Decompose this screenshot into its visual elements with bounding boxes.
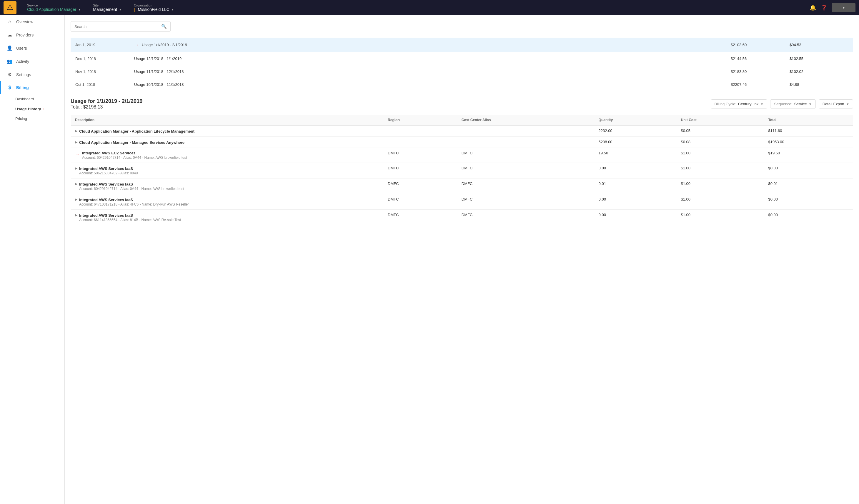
settings-icon: ⚙ <box>7 72 13 77</box>
cell-description-5: ▶ Integrated AWS Services IaaS Account: … <box>71 194 384 210</box>
cell-region-0 <box>383 125 457 137</box>
cell-quantity-0: 2232.00 <box>594 125 677 137</box>
logo[interactable] <box>3 1 16 14</box>
expand-icon[interactable]: ▶ <box>75 213 77 217</box>
table-row: ▶ Integrated AWS Services IaaS Account: … <box>71 179 853 194</box>
desc-sub: Account: 661141866654 - Alias: 814B - Na… <box>79 218 181 222</box>
table-row: → Integrated AWS EC2 Services Account: 6… <box>71 148 853 163</box>
history-amount1-3: $2207.46 <box>731 82 789 87</box>
cell-cost-center-3: DMFC <box>457 163 594 179</box>
expand-icon[interactable]: ▶ <box>75 182 77 186</box>
sidebar-item-activity[interactable]: 👥 Activity <box>0 55 64 68</box>
history-date-2: Nov 1, 2018 <box>75 70 134 74</box>
expand-icon[interactable]: ▶ <box>75 129 77 133</box>
sidebar-item-usage-history[interactable]: Usage History ← <box>15 104 64 114</box>
cell-description-4: ▶ Integrated AWS Services IaaS Account: … <box>71 179 384 194</box>
sidebar-item-settings[interactable]: ⚙ Settings <box>0 68 64 81</box>
cell-total-1: $1953.00 <box>764 137 853 148</box>
service-section: Service Cloud Application Manager ▼ <box>21 0 87 15</box>
desc-sub: Account: 506215034702 - Alias: 0949 <box>79 171 138 175</box>
history-amount1-1: $2144.56 <box>731 57 789 61</box>
user-avatar[interactable]: ▼ <box>832 3 856 12</box>
org-selector[interactable]: | MissionField LLC ▼ <box>134 7 174 12</box>
col-total: Total <box>764 115 853 125</box>
table-row: ▶ Integrated AWS Services IaaS Account: … <box>71 194 853 210</box>
sidebar-item-pricing[interactable]: Pricing <box>15 114 64 123</box>
top-navigation: Service Cloud Application Manager ▼ Site… <box>0 0 859 15</box>
history-arrow-0: → Usage 1/1/2019 - 2/1/2019 <box>134 42 731 48</box>
sequence-dropdown[interactable]: Sequence: Service ▼ <box>770 100 815 108</box>
sidebar-item-providers[interactable]: ☁ Providers <box>0 28 64 42</box>
billing-cycle-label: Billing Cycle: <box>714 102 736 106</box>
cell-region-5: DMFC <box>383 194 457 210</box>
sidebar: ⌂ Overview ☁ Providers 👤 Users 👥 Activit… <box>0 15 65 504</box>
billing-cycle-dropdown[interactable]: Billing Cycle: CenturyLink ▼ <box>711 100 768 108</box>
history-usage-2: Usage 11/1/2018 - 12/1/2018 <box>134 70 731 74</box>
org-section: Organization | MissionField LLC ▼ <box>128 0 180 15</box>
usage-history-arrow: ← <box>42 106 46 111</box>
history-row-nov2018[interactable]: Nov 1, 2018 Usage 11/1/2018 - 12/1/2018 … <box>71 65 853 78</box>
site-selector[interactable]: Management ▼ <box>93 7 122 12</box>
cell-unit-cost-0: $0.05 <box>677 125 764 137</box>
controls-group: Billing Cycle: CenturyLink ▼ Sequence: S… <box>711 100 853 108</box>
notification-icon[interactable]: 🔔 <box>810 4 816 11</box>
cell-description-1: ▶ Cloud Application Manager - Managed Se… <box>71 137 384 148</box>
usage-detail-section: Usage for 1/1/2019 - 2/1/2019 Total: $21… <box>71 98 853 225</box>
search-input[interactable] <box>74 25 161 29</box>
history-row-jan2019[interactable]: Jan 1, 2019 → Usage 1/1/2019 - 2/1/2019 … <box>71 37 853 52</box>
sidebar-item-dashboard[interactable]: Dashboard <box>15 94 64 104</box>
history-row-dec2018[interactable]: Dec 1, 2018 Usage 12/1/2018 - 1/1/2019 $… <box>71 52 853 65</box>
user-icon: 👤 <box>7 45 13 51</box>
table-row: ▶ Integrated AWS Services IaaS Account: … <box>71 210 853 225</box>
expand-icon[interactable]: ▶ <box>75 140 77 144</box>
history-amount1-0: $2103.60 <box>731 43 789 47</box>
history-usage-3: Usage 10/1/2018 - 11/1/2018 <box>134 82 731 87</box>
cloud-icon: ☁ <box>7 32 13 37</box>
help-icon[interactable]: ❓ <box>821 4 827 11</box>
service-selector[interactable]: Cloud Application Manager ▼ <box>27 7 81 12</box>
usage-title: Usage for 1/1/2019 - 2/1/2019 <box>71 98 142 104</box>
search-icon: 🔍 <box>161 24 167 29</box>
sidebar-item-overview[interactable]: ⌂ Overview <box>0 15 64 28</box>
history-amount2-1: $102.55 <box>789 57 848 61</box>
expand-icon[interactable]: ▶ <box>75 198 77 201</box>
sidebar-item-billing[interactable]: $ Billing <box>0 81 64 94</box>
billing-icon: $ <box>7 85 13 90</box>
billing-cycle-value: CenturyLink <box>738 102 758 106</box>
cell-unit-cost-5: $1.00 <box>677 194 764 210</box>
detail-export-label: Detail Export <box>823 102 844 106</box>
usage-title-group: Usage for 1/1/2019 - 2/1/2019 Total: $21… <box>71 98 142 110</box>
cell-quantity-4: 0.01 <box>594 179 677 194</box>
desc-bold: Integrated AWS EC2 Services <box>82 151 136 155</box>
cell-total-6: $0.00 <box>764 210 853 225</box>
history-date-1: Dec 1, 2018 <box>75 57 134 61</box>
cell-cost-center-5: DMFC <box>457 194 594 210</box>
table-row: ▶ Cloud Application Manager - Managed Se… <box>71 137 853 148</box>
home-icon: ⌂ <box>7 19 13 25</box>
cell-description-2: → Integrated AWS EC2 Services Account: 6… <box>71 148 384 163</box>
detail-export-dropdown[interactable]: Detail Export ▼ <box>819 100 853 108</box>
sidebar-label-users: Users <box>16 46 27 50</box>
app-body: ⌂ Overview ☁ Providers 👤 Users 👥 Activit… <box>0 15 859 504</box>
desc-bold: Integrated AWS Services IaaS <box>79 182 133 186</box>
history-amount2-2: $102.02 <box>789 70 848 74</box>
expand-icon[interactable]: ▶ <box>75 166 77 170</box>
history-amount2-3: $4.88 <box>789 82 848 87</box>
desc-sub: Account: 604291042714 - Alias: 0A44 - Na… <box>79 187 184 191</box>
cell-region-3: DMFC <box>383 163 457 179</box>
table-row: ▶ Cloud Application Manager - Applicatio… <box>71 125 853 137</box>
sequence-label: Sequence: <box>774 102 792 106</box>
service-caret: ▼ <box>78 8 81 11</box>
cell-total-2: $19.50 <box>764 148 853 163</box>
col-unit-cost: Unit Cost <box>677 115 764 125</box>
main-content: 🔍 Jan 1, 2019 → Usage 1/1/2019 - 2/1/201… <box>65 15 859 504</box>
cell-description-6: ▶ Integrated AWS Services IaaS Account: … <box>71 210 384 225</box>
history-row-oct2018[interactable]: Oct 1, 2018 Usage 10/1/2018 - 11/1/2018 … <box>71 78 853 91</box>
cell-quantity-5: 0.00 <box>594 194 677 210</box>
cell-total-0: $111.60 <box>764 125 853 137</box>
right-arrow-icon: → <box>134 42 139 48</box>
cell-region-6: DMFC <box>383 210 457 225</box>
site-caret: ▼ <box>119 8 122 11</box>
sidebar-item-users[interactable]: 👤 Users <box>0 42 64 55</box>
desc-bold: Cloud Application Manager - Application … <box>79 129 194 134</box>
